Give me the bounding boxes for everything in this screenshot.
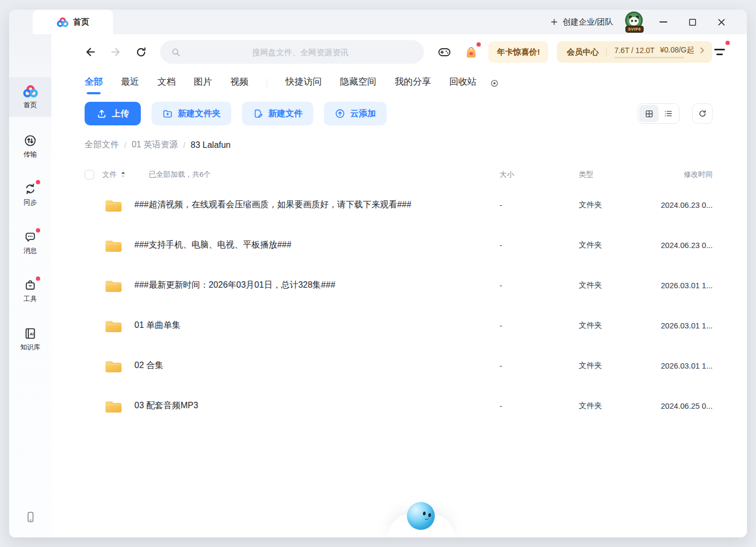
- tab-my-shares[interactable]: 我的分享: [395, 72, 431, 94]
- member-center-button[interactable]: 会员中心 7.6T / 12.0T ¥0.08/G起: [557, 41, 712, 63]
- sidebar-item-home[interactable]: 首页: [9, 77, 51, 117]
- sidebar-label: 首页: [24, 101, 37, 110]
- column-modified[interactable]: 修改时间: [648, 170, 713, 179]
- tab-quick-access[interactable]: 快捷访问: [285, 72, 322, 94]
- grid-view-button[interactable]: [639, 105, 659, 122]
- file-size: -: [500, 201, 579, 209]
- file-name[interactable]: ###超清视频，在线观看会压缩画质，如果要画质好，请下载下来观看###: [134, 199, 411, 211]
- upload-button[interactable]: 上传: [85, 102, 141, 125]
- column-file[interactable]: 文件: [102, 170, 117, 179]
- folder-icon: [104, 398, 123, 414]
- sidebar: 首页 传输: [9, 34, 51, 537]
- back-button[interactable]: [84, 45, 97, 59]
- storage-usage-text: 7.6T / 12.0T: [614, 46, 654, 55]
- tab-all[interactable]: 全部: [85, 72, 103, 94]
- folder-plus-icon: [162, 108, 173, 119]
- file-size: -: [500, 281, 579, 290]
- assistant-widget[interactable]: [388, 506, 454, 537]
- sidebar-item-tools[interactable]: 工具: [9, 272, 51, 310]
- home-tab[interactable]: 首页: [33, 10, 113, 34]
- folder-icon: [104, 318, 123, 334]
- file-table-header: 文件 已全部加载，共6个 大小 类型 修改时间: [51, 164, 747, 185]
- assistant-mascot-icon: [407, 502, 435, 530]
- file-row[interactable]: 03 配套音频MP3 - 文件夹 2024.06.25 0...: [51, 386, 747, 426]
- sort-icon[interactable]: [120, 171, 126, 178]
- tab-hidden-space[interactable]: 隐藏空间: [340, 72, 376, 94]
- list-view-button[interactable]: [659, 105, 678, 122]
- tab-documents[interactable]: 文档: [157, 72, 176, 94]
- file-row[interactable]: ###支持手机、电脑、电视、平板播放### - 文件夹 2024.06.23 0…: [51, 225, 747, 265]
- file-name[interactable]: ###支持手机、电脑、电视、平板播放###: [134, 239, 291, 251]
- search-bar[interactable]: [160, 40, 424, 64]
- mobile-app-button[interactable]: [9, 511, 51, 523]
- file-name[interactable]: ###最新更新时间：2026年03月01日，总计328集###: [134, 280, 335, 291]
- search-input[interactable]: [187, 48, 413, 57]
- file-name[interactable]: 02 合集: [134, 360, 163, 371]
- create-team-button[interactable]: 创建企业/团队: [550, 17, 613, 27]
- cloud-add-button[interactable]: 云添加: [324, 102, 387, 125]
- new-file-button[interactable]: 新建文件: [242, 102, 313, 125]
- sidebar-item-transfer[interactable]: 传输: [9, 128, 51, 165]
- main-menu-button[interactable]: [712, 44, 728, 60]
- file-row[interactable]: ###最新更新时间：2026年03月01日，总计328集### - 文件夹 20…: [51, 265, 747, 305]
- file-name[interactable]: 03 配套音频MP3: [134, 400, 198, 411]
- breadcrumb-all-files[interactable]: 全部文件: [85, 139, 119, 151]
- load-status: 已全部加载，共6个: [149, 170, 211, 179]
- maximize-button[interactable]: [683, 10, 702, 34]
- svg-text:AI: AI: [29, 332, 33, 336]
- storage-progress-bar: [614, 57, 684, 58]
- avatar[interactable]: SVIP6: [625, 11, 644, 33]
- column-type[interactable]: 类型: [579, 170, 648, 179]
- target-icon: [489, 78, 500, 88]
- vip-badge: SVIP6: [625, 26, 644, 33]
- tab-videos[interactable]: 视频: [230, 72, 248, 94]
- breadcrumb-separator: /: [183, 141, 185, 149]
- tab-settings-button[interactable]: [489, 78, 500, 88]
- category-tabs: 全部 最近 文档 图片 视频 快捷访问 隐藏空间 我的分享 回收站: [51, 70, 747, 96]
- file-type: 文件夹: [579, 320, 648, 331]
- forward-button[interactable]: [109, 45, 123, 59]
- breadcrumb-english-resources[interactable]: 01 英语资源: [132, 139, 178, 151]
- minimize-button[interactable]: [654, 10, 673, 34]
- sidebar-item-knowledge[interactable]: AI 知识库: [9, 320, 51, 358]
- file-name[interactable]: 01 单曲单集: [134, 320, 180, 331]
- column-size[interactable]: 大小: [500, 170, 579, 179]
- app-window: 首页 创建企业/团队 SVIP6: [9, 10, 747, 537]
- file-modified: 2026.03.01 1...: [648, 362, 713, 370]
- gift-bag-icon: [464, 44, 479, 59]
- refresh-list-button[interactable]: [692, 103, 713, 124]
- games-button[interactable]: [436, 43, 453, 61]
- tab-pictures[interactable]: 图片: [194, 72, 212, 94]
- new-file-label: 新建文件: [268, 108, 303, 119]
- new-folder-button[interactable]: 新建文件夹: [152, 102, 231, 125]
- file-row[interactable]: ###超清视频，在线观看会压缩画质，如果要画质好，请下载下来观看### - 文件…: [51, 185, 747, 225]
- file-row[interactable]: 02 合集 - 文件夹 2026.03.01 1...: [51, 346, 747, 386]
- tab-recycle-bin[interactable]: 回收站: [449, 72, 477, 94]
- file-modified: 2026.03.01 1...: [648, 321, 713, 330]
- rewards-bag-button[interactable]: [462, 43, 480, 61]
- sidebar-item-messages[interactable]: 消息: [9, 224, 51, 261]
- sidebar-item-sync[interactable]: 同步: [9, 176, 51, 213]
- notification-dot: [725, 41, 730, 45]
- titlebar: 首页 创建企业/团队 SVIP6: [9, 10, 747, 34]
- reload-button[interactable]: [134, 45, 148, 59]
- select-all-checkbox[interactable]: [85, 170, 94, 179]
- file-row[interactable]: 01 单曲单集 - 文件夹 2026.03.01 1...: [51, 305, 747, 346]
- tab-recent[interactable]: 最近: [121, 72, 139, 94]
- action-bar: 上传 新建文件夹 新建文件: [51, 102, 747, 125]
- tab-title: 首页: [73, 17, 89, 27]
- file-modified: 2024.06.23 0...: [648, 201, 713, 209]
- cloud-add-label: 云添加: [350, 108, 376, 119]
- phone-icon: [25, 511, 36, 523]
- annual-card-promo-button[interactable]: 年卡惊喜价!: [488, 41, 548, 63]
- refresh-icon: [698, 109, 707, 118]
- notification-dot: [36, 276, 40, 281]
- close-button[interactable]: [712, 10, 731, 34]
- notification-dot: [36, 228, 40, 233]
- create-team-label: 创建企业/团队: [563, 17, 613, 27]
- notification-dot: [36, 180, 40, 184]
- divider: [267, 79, 267, 87]
- upload-label: 上传: [112, 108, 129, 119]
- file-size: -: [500, 402, 579, 410]
- divider: [606, 48, 607, 56]
